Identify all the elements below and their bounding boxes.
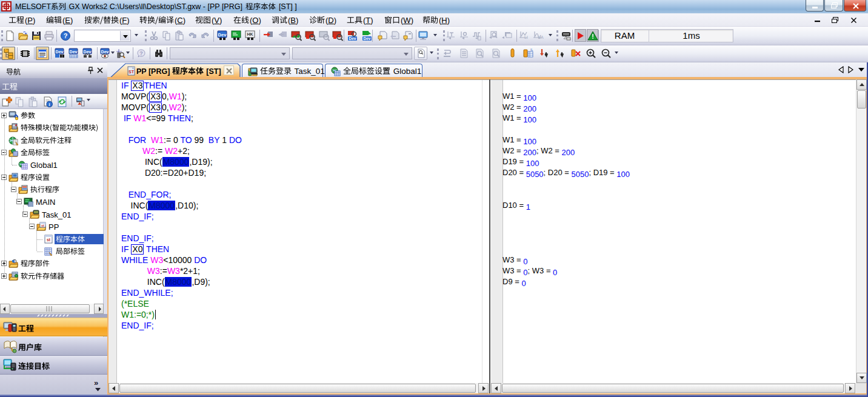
svg-text:LI: LI	[524, 35, 528, 39]
svg-text:st: st	[47, 238, 51, 242]
svg-text:IL: IL	[530, 48, 533, 52]
svg-text:Dev: Dev	[218, 32, 227, 38]
svg-text:Dev: Dev	[364, 36, 371, 41]
svg-text:Dev: Dev	[84, 50, 92, 54]
svg-text:Dev: Dev	[70, 50, 78, 54]
svg-text:i: i	[49, 102, 50, 107]
svg-text:?: ?	[139, 50, 143, 56]
svg-text:LA: LA	[538, 35, 544, 39]
svg-text:?: ?	[64, 32, 68, 39]
svg-text:Dev: Dev	[349, 36, 356, 41]
svg-text:st: st	[41, 224, 44, 227]
svg-text:Dev: Dev	[56, 50, 64, 54]
svg-text:Dev: Dev	[101, 50, 109, 54]
svg-text:ST: ST	[129, 70, 135, 74]
svg-text:HK: HK	[247, 32, 253, 36]
